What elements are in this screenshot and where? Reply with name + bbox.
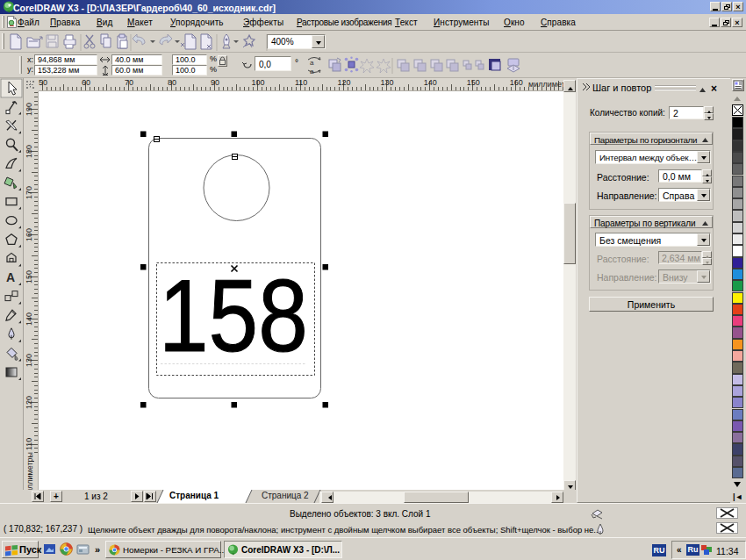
svg-text:a: a bbox=[310, 68, 314, 75]
svg-text:a: a bbox=[310, 59, 314, 67]
svg-text:A: A bbox=[6, 270, 15, 284]
